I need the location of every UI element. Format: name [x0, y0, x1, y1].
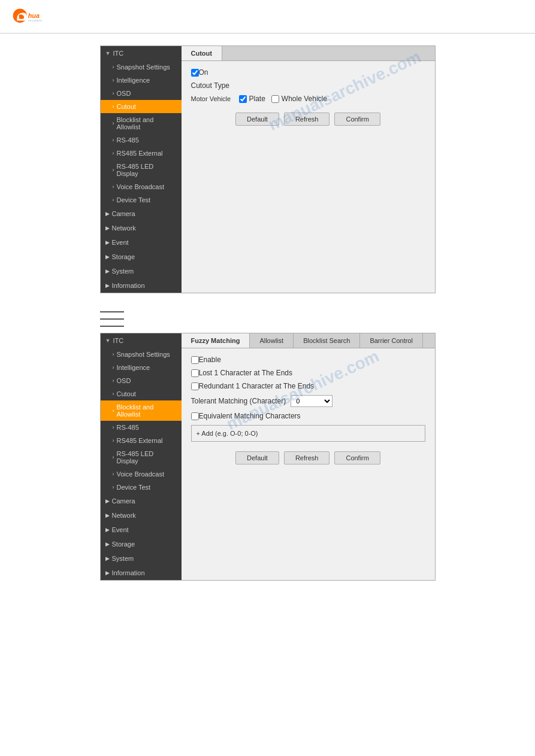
equivalent-row: Equivalent Matching Characters — [191, 412, 425, 420]
sidebar2-cat-info[interactable]: ▶ Information — [101, 566, 182, 580]
sidebar2-item-devicetest[interactable]: › Device Test — [101, 481, 182, 494]
enable-checkbox[interactable] — [191, 356, 199, 364]
sidebar-item-label: Device Test — [117, 196, 151, 204]
itc-arrow-icon: ▼ — [105, 50, 111, 56]
tri-icon: ▶ — [105, 498, 110, 504]
panel1-main: Cutout On Cutout Type Motor Vehicle Plat… — [182, 46, 435, 293]
sidebar2-cat-camera[interactable]: ▶ Camera — [101, 494, 182, 508]
cutout-type-label: Cutout Type — [191, 81, 230, 90]
sidebar-cat-label: Camera — [112, 497, 135, 505]
refresh-button2[interactable]: Refresh — [284, 451, 330, 464]
sidebar2-item-cutout[interactable]: › Cutout — [101, 387, 182, 400]
sidebar-cat-network[interactable]: ▶ Network — [101, 221, 182, 235]
whole-vehicle-checkbox[interactable] — [271, 95, 279, 103]
whole-vehicle-label: Whole Vehicle — [282, 95, 327, 103]
plate-checkbox[interactable] — [239, 95, 247, 103]
sidebar-item-rs485led[interactable]: › RS-485 LED Display — [101, 160, 182, 180]
tab-barrier-control[interactable]: Barrier Control — [360, 333, 423, 348]
sidebar-item-label: RS-485 LED Display — [117, 163, 177, 177]
header: hua TECHNOLOGY — [0, 0, 535, 34]
sidebar2-cat-system[interactable]: ▶ System — [101, 551, 182, 566]
sidebar-item-voice[interactable]: › Voice Broadcast — [101, 180, 182, 193]
panel2-content-area: Enable Lost 1 Character at The Ends Redu… — [182, 348, 435, 472]
tab-blocklist-search[interactable]: Blocklist Search — [294, 333, 360, 348]
sidebar2-item-snapshot[interactable]: › Snapshot Settings — [101, 348, 182, 361]
confirm-button2[interactable]: Confirm — [334, 451, 380, 464]
refresh-button[interactable]: Refresh — [284, 113, 330, 126]
sidebar2-item-rs485ext[interactable]: › RS485 External — [101, 434, 182, 447]
default-button[interactable]: Default — [235, 113, 279, 126]
sidebar2-item-rs485led[interactable]: › RS-485 LED Display — [101, 447, 182, 467]
sidebar-item-snapshot[interactable]: › Snapshot Settings — [101, 60, 182, 74]
sidebar2-section-itc[interactable]: ▼ ITC — [101, 333, 182, 348]
sidebar-cat-camera[interactable]: ▶ Camera — [101, 207, 182, 221]
tri-icon: ▶ — [105, 254, 110, 260]
enable-label: Enable — [199, 356, 221, 364]
sidebar-cat-label: Camera — [112, 210, 135, 217]
chevron-icon: › — [113, 184, 114, 190]
sidebar-item-osd[interactable]: › OSD — [101, 87, 182, 100]
panel1-btn-row: Default Refresh Confirm — [191, 113, 425, 126]
redundant1-row: Redundant 1 Character at The Ends — [191, 382, 425, 390]
panel1-content-area: On Cutout Type Motor Vehicle Plate Whole… — [182, 61, 435, 133]
sidebar2-item-intelligence[interactable]: › Intelligence — [101, 361, 182, 374]
sidebar2-item-rs485[interactable]: › RS-485 — [101, 421, 182, 434]
tolerant-row: Tolerant Matching (Character) 0 1 2 — [191, 395, 425, 407]
tri-icon: ▶ — [105, 268, 110, 274]
chevron-icon: › — [113, 150, 114, 156]
sidebar-item-label: RS485 External — [117, 150, 163, 157]
sidebar-item-devicetest[interactable]: › Device Test — [101, 193, 182, 207]
lost1-checkbox[interactable] — [191, 369, 199, 377]
lost1-row: Lost 1 Character at The Ends — [191, 369, 425, 377]
sidebar-cat-label: Storage — [112, 253, 135, 260]
equivalent-checkbox[interactable] — [191, 412, 199, 420]
sidebar-cat-info[interactable]: ▶ Information — [101, 278, 182, 293]
tab-cutout[interactable]: Cutout — [182, 46, 222, 60]
sidebar-cat-label: Storage — [112, 541, 135, 548]
panel2-tabbar: Fuzzy Matching Allowlist Blocklist Searc… — [182, 333, 435, 348]
tab-allowlist[interactable]: Allowlist — [250, 333, 294, 348]
on-checkbox[interactable] — [191, 69, 199, 77]
confirm-button[interactable]: Confirm — [334, 113, 380, 126]
sidebar-section-label: ITC — [113, 337, 123, 344]
chevron-icon: › — [113, 137, 114, 143]
default-button2[interactable]: Default — [235, 451, 279, 464]
tolerant-select[interactable]: 0 1 2 — [291, 395, 333, 407]
sidebar-cat-storage[interactable]: ▶ Storage — [101, 250, 182, 264]
chevron-icon: › — [113, 391, 114, 397]
sidebar-cat-event[interactable]: ▶ Event — [101, 235, 182, 250]
sidebar2-cat-network[interactable]: ▶ Network — [101, 508, 182, 523]
panel1-tabbar: Cutout — [182, 46, 435, 61]
chevron-icon: › — [113, 438, 114, 444]
sidebar-cat-system[interactable]: ▶ System — [101, 264, 182, 278]
tri-icon: ▶ — [105, 555, 110, 561]
tolerant-label: Tolerant Matching (Character) — [191, 397, 286, 405]
sidebar-item-rs485ext[interactable]: › RS485 External — [101, 147, 182, 160]
sidebar2-item-voice[interactable]: › Voice Broadcast — [101, 467, 182, 481]
sidebar-item-label: Snapshot Settings — [117, 351, 170, 358]
panel1: ▼ ITC › Snapshot Settings › Intelligence… — [100, 45, 436, 293]
tri-icon: ▶ — [105, 239, 110, 245]
redundant1-checkbox[interactable] — [191, 382, 199, 390]
sidebar-item-label: RS-485 — [117, 136, 139, 144]
sidebar-item-cutout[interactable]: › Cutout — [101, 100, 182, 113]
tab-fuzzy-matching[interactable]: Fuzzy Matching — [182, 333, 250, 348]
sidebar-cat-label: Event — [112, 239, 129, 246]
chevron-icon: › — [113, 90, 114, 96]
chevron-icon: › — [113, 378, 114, 384]
chevron-icon: › — [113, 365, 114, 371]
sidebar2-cat-event[interactable]: ▶ Event — [101, 523, 182, 537]
sidebar-section-itc[interactable]: ▼ ITC — [101, 46, 182, 60]
sidebar-item-label: Blocklist and Allowlist — [117, 116, 177, 130]
logo-icon: hua TECHNOLOGY — [12, 6, 42, 27]
panel2-main: Fuzzy Matching Allowlist Blocklist Searc… — [182, 333, 435, 580]
sidebar-item-intelligence[interactable]: › Intelligence — [101, 74, 182, 87]
sidebar-item-rs485[interactable]: › RS-485 — [101, 133, 182, 147]
sidebar2-item-osd[interactable]: › OSD — [101, 374, 182, 387]
sidebar-section-label: ITC — [113, 50, 123, 57]
sidebar2-item-blocklist[interactable]: › Blocklist and Allowlist — [101, 400, 182, 421]
chevron-icon: › — [113, 454, 114, 460]
add-button[interactable]: + Add (e.g. O-0; 0-O) — [197, 430, 258, 437]
sidebar2-cat-storage[interactable]: ▶ Storage — [101, 537, 182, 551]
sidebar-item-blocklist[interactable]: › Blocklist and Allowlist — [101, 113, 182, 133]
